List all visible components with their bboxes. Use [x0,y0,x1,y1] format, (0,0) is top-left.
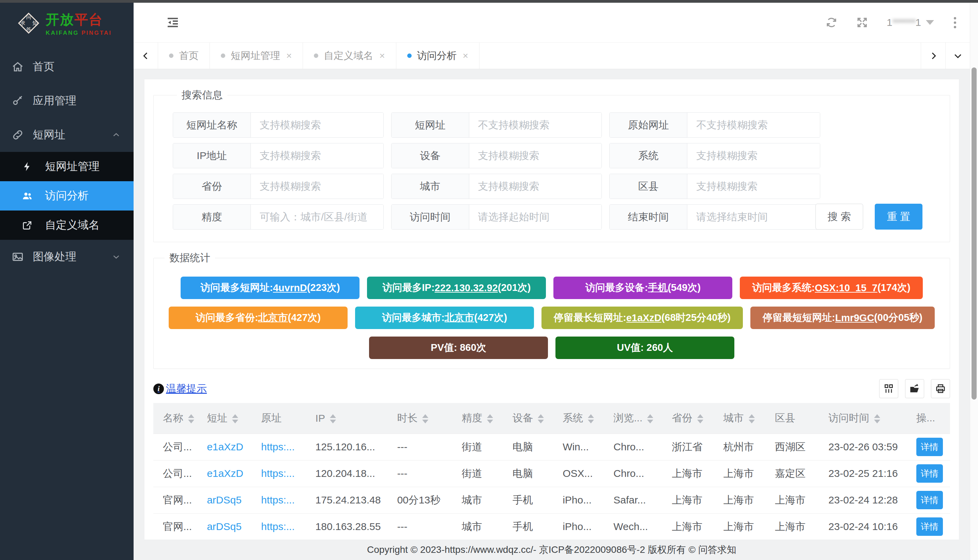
close-icon[interactable]: × [463,50,468,61]
stat-link[interactable]: OSX:10_15_7 [815,282,878,293]
stat-badge-most-visited-ip[interactable]: 访问最多IP: 222.130.32.92(201次) [367,277,546,299]
cell-link[interactable]: https:... [258,513,312,540]
close-icon[interactable]: × [286,50,292,61]
stat-badge-most-used-device[interactable]: 访问最多设备: 手机(549次) [553,277,732,299]
cell-link[interactable]: https:... [258,487,312,513]
stat-link[interactable]: 北京市 [258,311,288,325]
page-scrollbar[interactable] [970,3,978,560]
short-url-name-input[interactable] [251,113,383,137]
column-header-8[interactable]: 浏览... [611,403,669,433]
original-url-input[interactable] [687,113,820,137]
cell-link[interactable]: arDSq5 [204,487,258,513]
cell-link[interactable]: https:... [258,433,312,460]
tab-custom-domain[interactable]: 自定义域名 × [303,43,396,69]
ip-address-input[interactable] [251,143,383,168]
column-header-12[interactable]: 访问时间 [826,403,914,433]
sort-icon[interactable] [749,414,755,423]
sidebar-item-image-processing[interactable]: 图像处理 [0,240,134,274]
column-header-0[interactable]: 名称 [154,403,204,433]
column-header-1[interactable]: 短址 [204,403,258,433]
close-icon[interactable]: × [379,50,385,61]
sidebar-item-app-management[interactable]: 应用管理 [0,84,134,118]
export-button[interactable] [905,379,924,398]
stat-badge-most-used-system[interactable]: 访问最多系统: OSX:10_15_7(174次) [740,277,923,299]
refresh-icon[interactable] [825,17,838,28]
search-button[interactable]: 搜 索 [816,204,863,230]
detail-button[interactable]: 详情 [916,491,943,509]
stat-badge-pv[interactable]: PV值: 860次 [369,337,548,359]
cell-link[interactable]: e1aXzD [204,433,258,460]
sidebar-item-label: 短网址 [33,127,65,142]
stat-badge-top-province[interactable]: 访问最多省份: 北京市(427次) [169,307,347,329]
sidebar-subitem-short-url-management[interactable]: 短网址管理 [0,152,134,181]
province-input[interactable] [251,174,383,198]
sort-icon[interactable] [188,414,194,423]
stat-badge-uv[interactable]: UV值: 260人 [556,337,734,359]
sort-icon[interactable] [647,414,653,423]
scrollbar-thumb[interactable] [971,67,976,400]
detail-button[interactable]: 详情 [916,464,943,483]
fullscreen-icon[interactable] [856,17,868,28]
sort-icon[interactable] [697,414,703,423]
device-input[interactable] [469,143,602,168]
stat-badge-top-city[interactable]: 访问最多城市: 北京市(427次) [355,307,534,329]
tip-link[interactable]: i温馨提示 [154,382,207,396]
system-input[interactable] [687,143,820,168]
stat-badge-most-visited-short-url[interactable]: 访问最多短网址: 4uvrnD(223次) [180,277,359,299]
table-cell: Chro... [611,460,669,487]
kebab-menu-icon[interactable] [953,16,958,30]
sort-icon[interactable] [232,414,238,423]
stat-link[interactable]: 北京市 [445,311,474,325]
tabs-scroll-right-button[interactable] [921,43,945,69]
column-header-10[interactable]: 城市 [721,403,772,433]
columns-toggle-button[interactable] [879,379,898,398]
field-short-url-name: 短网址名称 [173,112,384,138]
stat-link[interactable]: Lmr9GC [835,312,874,323]
sidebar-subitem-custom-domain[interactable]: 自定义域名 [0,210,134,240]
collapse-sidebar-icon[interactable] [166,16,180,29]
cell-link[interactable]: https:... [258,460,312,487]
tabs-menu-button[interactable] [945,43,970,69]
cell-link[interactable]: arDSq5 [204,513,258,540]
stat-link[interactable]: 4uvrnD [273,282,307,293]
tab-short-url-management[interactable]: 短网址管理 × [210,43,303,69]
city-input[interactable] [469,174,602,198]
sort-icon[interactable] [487,414,493,423]
sort-icon[interactable] [330,414,336,423]
detail-button[interactable]: 详情 [916,517,943,536]
sidebar-item-short-url[interactable]: 短网址 [0,118,134,152]
district-input[interactable] [687,174,820,198]
detail-button[interactable]: 详情 [916,438,943,456]
visit-time-end-input[interactable] [687,205,820,229]
print-button[interactable] [931,379,950,398]
column-header-5[interactable]: 精度 [459,403,510,433]
column-header-3[interactable]: IP [313,403,395,433]
precision-input[interactable] [251,205,383,229]
stat-badge-shortest-stay[interactable]: 停留最短短网址: Lmr9GC(00分05秒) [750,307,935,329]
table-cell: 官网... [154,513,204,540]
column-header-9[interactable]: 省份 [669,403,721,433]
sidebar-subitem-visit-analysis[interactable]: 访问分析 [0,181,134,210]
sort-icon[interactable] [874,414,880,423]
stat-link[interactable]: 222.130.32.92 [434,282,497,293]
user-menu[interactable]: 1*******1 [887,17,934,28]
sort-icon[interactable] [422,414,428,423]
tab-visit-analysis[interactable]: 访问分析 × [396,43,479,69]
cell-link[interactable]: e1aXzD [204,460,258,487]
stat-link[interactable]: 手机 [648,281,668,295]
column-header-6[interactable]: 设备 [510,403,560,433]
column-header-4[interactable]: 时长 [394,403,459,433]
table-toolbar: i温馨提示 [154,374,950,403]
reset-button[interactable]: 重 置 [875,204,923,230]
stat-link[interactable]: e1aXzD [626,312,661,323]
tabs-scroll-left-button[interactable] [134,43,158,69]
tab-home[interactable]: 首页 [158,43,210,69]
visit-time-start-input[interactable] [469,205,602,229]
stat-badge-longest-stay[interactable]: 停留最长短网址: e1aXzD(68时25分40秒) [541,307,743,329]
sort-icon[interactable] [588,414,594,423]
column-header-7[interactable]: 系统 [560,403,611,433]
tab-dot [314,53,318,58]
sort-icon[interactable] [538,414,544,423]
short-url-input[interactable] [469,113,602,137]
sidebar-item-home[interactable]: 首页 [0,50,134,84]
